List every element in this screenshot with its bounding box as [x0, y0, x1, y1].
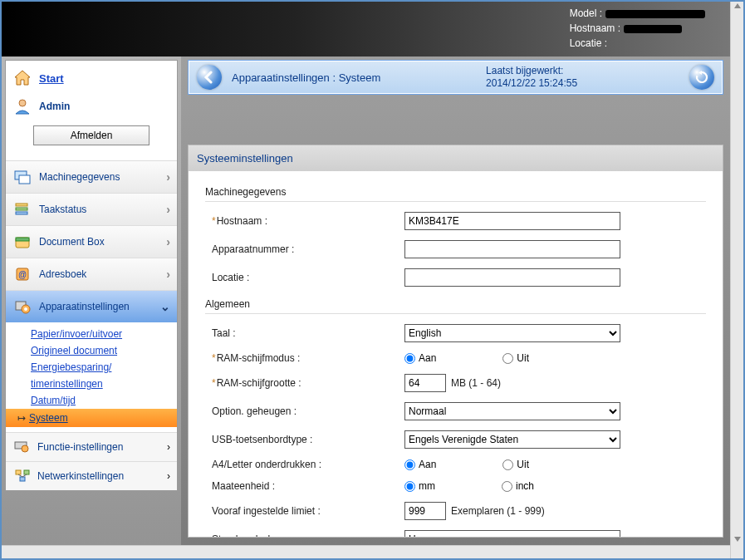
function-icon	[12, 438, 32, 456]
devnum-label: Apparaatnummer :	[212, 243, 294, 255]
submenu-arrow-icon: ↦	[17, 412, 26, 424]
sidebar-panel: Start Admin Afmelden Mach	[5, 60, 178, 491]
logout-button[interactable]: Afmelden	[33, 125, 149, 145]
location-label: Locatie :	[570, 37, 607, 49]
row-language: Taal : English	[205, 319, 706, 347]
optmem-select[interactable]: Normaal	[404, 402, 620, 420]
preset-label: Vooraf ingestelde limiet :	[212, 505, 321, 517]
unit-inch-radio[interactable]	[502, 481, 512, 492]
nav-device-settings[interactable]: Apparaatinstellingen ⌄	[6, 290, 177, 322]
sidebar-top: Start Admin Afmelden	[6, 61, 177, 160]
svg-rect-17	[24, 470, 29, 474]
defscreen-label: Standaardscherm :	[212, 533, 296, 537]
nav-label: Document Box	[39, 236, 105, 248]
content-topbar: Apparaatinstellingen : Systeem Laatst bi…	[188, 60, 723, 95]
sub-energy[interactable]: Energiebesparing/timerinstellingen	[31, 359, 170, 392]
unit-mm-radio[interactable]	[404, 481, 415, 492]
unit-inch[interactable]: inch	[502, 480, 534, 492]
svg-rect-16	[16, 470, 21, 474]
chevron-right-icon: ›	[166, 235, 170, 248]
svg-rect-8	[16, 238, 29, 241]
device-settings-icon	[12, 297, 32, 316]
row-preset-limit: Vooraf ingestelde limiet : Exemplaren (1…	[205, 497, 706, 525]
sidebar: Start Admin Afmelden Mach	[2, 56, 181, 545]
nav-address-book[interactable]: @Adresboek ›	[6, 258, 177, 290]
form-panel: Systeeminstellingen Machinegegevens *Hos…	[188, 145, 723, 538]
row-ram-size: *RAM-schijfgrootte : MB (1 - 64)	[205, 369, 706, 397]
window-scrollbar-vertical[interactable]	[730, 2, 743, 558]
a4-off-radio[interactable]	[502, 459, 513, 470]
ram-mode-label: RAM-schijfmodus :	[217, 352, 301, 364]
nav-label: Adresboek	[39, 268, 86, 280]
defscreen-select[interactable]: Home	[404, 530, 620, 537]
svg-marker-21	[698, 71, 702, 75]
machine-icon	[12, 168, 32, 186]
row-ram-mode: *RAM-schijfmodus : Aan Uit	[205, 347, 706, 369]
row-default-screen: Standaardscherm : Home	[205, 525, 706, 537]
updated-label: Laatst bijgewerkt:	[486, 65, 577, 77]
nav-network-settings[interactable]: Netwerkinstellingen ›	[6, 461, 177, 490]
sub-original[interactable]: Origineel document	[31, 342, 170, 359]
home-icon	[12, 69, 32, 87]
row-devnum: Apparaatnummer :	[205, 235, 706, 263]
ram-mode-off-radio[interactable]	[502, 353, 513, 364]
back-button[interactable]	[197, 65, 222, 90]
svg-rect-5	[16, 208, 27, 210]
language-select[interactable]: English	[404, 324, 620, 342]
preset-hint: Exemplaren (1 - 999)	[451, 505, 545, 517]
window-scrollbar-horizontal[interactable]	[2, 545, 730, 558]
location-input[interactable]	[404, 268, 620, 287]
ram-size-label: RAM-schijfgrootte :	[217, 377, 301, 389]
unit-mm[interactable]: mm	[404, 480, 435, 492]
ram-mode-on[interactable]: Aan	[404, 352, 436, 364]
refresh-button[interactable]	[689, 65, 714, 90]
chevron-right-icon: ›	[167, 441, 170, 453]
usbkb-select[interactable]: Engels Verenigde Staten	[404, 430, 620, 449]
content-area: Apparaatinstellingen : Systeem Laatst bi…	[181, 56, 730, 545]
row-unit: Maateenheid : mm inch	[205, 475, 706, 497]
ram-mode-on-radio[interactable]	[404, 353, 415, 364]
chevron-down-icon: ⌄	[160, 300, 170, 313]
svg-text:@: @	[18, 270, 27, 279]
svg-point-13	[24, 307, 27, 311]
form-title: Systeeminstellingen	[189, 145, 723, 171]
updated-time: 2014/12/22 15:24:55	[486, 77, 577, 90]
lang-label: Taal :	[212, 327, 236, 339]
logout-wrap: Afmelden	[11, 119, 172, 152]
user-icon	[12, 97, 32, 115]
start-row: Start	[11, 66, 172, 94]
network-icon	[12, 467, 32, 485]
chevron-right-icon: ›	[166, 268, 170, 281]
nav-function-settings[interactable]: Functie-instellingen ›	[6, 432, 177, 461]
usbkb-label: USB-toetsenbordtype :	[212, 434, 312, 445]
model-label: Model :	[570, 7, 602, 19]
section-general: Algemeen	[205, 295, 706, 314]
preset-input[interactable]	[404, 502, 446, 520]
model-value-redacted	[605, 10, 705, 18]
nav-label: Netwerkinstellingen	[37, 470, 124, 482]
ram-mode-off[interactable]: Uit	[502, 352, 529, 364]
hostname-input[interactable]	[404, 212, 620, 230]
a4-label: A4/Letter onderdrukken :	[212, 459, 321, 470]
header-bar: Model : Hostnaam : Locatie :	[2, 2, 730, 56]
nav-label: Functie-instellingen	[37, 441, 123, 453]
a4-on-radio[interactable]	[404, 459, 415, 470]
header-meta: Model : Hostnaam : Locatie :	[570, 6, 705, 51]
nav-document-box[interactable]: Document Box ›	[6, 225, 177, 258]
nav-label: Taakstatus	[39, 204, 86, 215]
section-machine: Machinegegevens	[205, 183, 706, 202]
app-window: Model : Hostnaam : Locatie : Start	[0, 0, 745, 560]
a4-on[interactable]: Aan	[404, 459, 436, 470]
sub-system-selected[interactable]: ↦ Systeem	[6, 409, 177, 427]
a4-off[interactable]: Uit	[502, 459, 529, 470]
start-link[interactable]: Start	[39, 72, 64, 85]
sub-datetime[interactable]: Datum/tijd	[31, 392, 170, 409]
nav-machine-info[interactable]: Machinegegevens ›	[6, 160, 177, 193]
ram-size-input[interactable]	[404, 374, 446, 392]
sub-paper[interactable]: Papier/invoer/uitvoer	[31, 326, 170, 342]
sub-system-label: Systeem	[29, 412, 68, 424]
svg-point-15	[22, 445, 28, 452]
devnum-input[interactable]	[404, 240, 620, 258]
form-body: Machinegegevens *Hostnaam : Apparaatnumm…	[189, 171, 723, 537]
nav-task-status[interactable]: Taakstatus ›	[6, 193, 177, 225]
